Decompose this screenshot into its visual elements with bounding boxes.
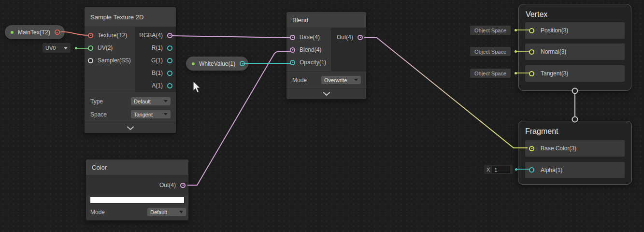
property-maintex[interactable]: MainTex(T2) <box>5 25 65 39</box>
opacity-in-port[interactable] <box>290 60 295 65</box>
wire-rgba-to-base[interactable] <box>172 36 290 38</box>
slot-label: Tangent(3) <box>541 70 568 77</box>
node-blend[interactable]: Blend Base(4) Blend(4) Opacity(1) <box>286 12 366 99</box>
mouse-cursor <box>192 81 202 94</box>
uv-in-port[interactable] <box>88 45 93 51</box>
out-port[interactable] <box>358 35 363 40</box>
mode-dropdown[interactable]: Overwrite <box>321 76 361 84</box>
port-label: R(1) <box>152 44 163 51</box>
alpha-port[interactable] <box>529 167 534 173</box>
color-out-port[interactable] <box>180 183 186 188</box>
space-label: Object Space <box>474 49 506 55</box>
vertex-context-block[interactable]: Vertex Position(3) Normal(3) Tangent(3) <box>518 4 631 91</box>
node-title: Sample Texture 2D <box>90 14 143 21</box>
fragment-title: Fragment <box>518 121 631 136</box>
slot-label: Normal(3) <box>541 48 566 55</box>
output-row-a: A(1) <box>135 79 176 92</box>
color-mode-dropdown[interactable]: Default <box>147 208 186 216</box>
dropdown-value: Overwrite <box>324 77 347 83</box>
space-dropdown[interactable]: Tangent <box>131 110 171 118</box>
color-swatch[interactable] <box>90 197 185 203</box>
base-color-port[interactable] <box>529 146 534 151</box>
r-out-port[interactable] <box>167 45 172 51</box>
port-label: A(1) <box>152 82 163 89</box>
property-label: WhiteValue(1) <box>199 60 235 67</box>
blend-in-port[interactable] <box>290 47 295 53</box>
node-header[interactable]: Blend <box>286 12 366 28</box>
param-label-space: Space <box>90 111 107 118</box>
port-label: Out(4) <box>159 182 176 188</box>
dropdown-value: Tangent <box>134 112 153 117</box>
wire-colorout-to-blend[interactable] <box>187 51 290 185</box>
normal-port[interactable] <box>529 49 534 55</box>
output-row-b: B(1) <box>135 67 176 79</box>
g-out-port[interactable] <box>167 58 172 63</box>
port-label: Texture(T2) <box>98 32 127 39</box>
vertex-title: Vertex <box>519 4 631 19</box>
port-label: Blend(4) <box>300 46 321 53</box>
node-title: Blend <box>292 16 308 24</box>
node-color[interactable]: Color Out(4) Mode Default <box>86 160 188 220</box>
chevron-down-icon <box>127 126 134 130</box>
position-space-dropdown[interactable]: Object Space <box>470 26 511 35</box>
position-port[interactable] <box>529 28 534 33</box>
shader-graph-canvas[interactable]: Sample Texture 2D Texture(T2) UV(2) Samp… <box>0 0 644 232</box>
node-sample-texture-2d[interactable]: Sample Texture 2D Texture(T2) UV(2) Samp… <box>85 7 176 133</box>
chevron-down-icon <box>323 92 330 96</box>
default-value-dot <box>515 29 517 31</box>
slot-label: Base Color(3) <box>541 145 576 152</box>
slot-tangent[interactable]: Tangent(3) <box>525 65 625 82</box>
dropdown-value: Default <box>134 99 151 104</box>
node-title: Color <box>92 164 107 171</box>
collapse-chevron-button[interactable] <box>286 88 366 99</box>
default-value-dot <box>515 72 517 74</box>
type-dropdown[interactable]: Default <box>131 97 171 105</box>
collapse-chevron-button[interactable] <box>85 123 176 133</box>
exposed-property-dot <box>11 31 14 34</box>
port-label: UV(2) <box>98 44 113 51</box>
property-label: MainTex(T2) <box>18 29 50 36</box>
normal-space-dropdown[interactable]: Object Space <box>470 47 511 56</box>
connector-handle-top[interactable] <box>572 88 578 94</box>
slot-alpha[interactable]: Alpha(1) <box>525 162 625 178</box>
slot-base-color[interactable]: Base Color(3) <box>525 140 625 157</box>
port-label: RGBA(4) <box>139 32 163 39</box>
input-row-texture: Texture(T2) <box>85 29 135 42</box>
sampler-in-port[interactable] <box>88 58 93 63</box>
node-header[interactable]: Sample Texture 2D <box>85 7 176 27</box>
param-label-mode: Mode <box>90 209 105 216</box>
space-label: Object Space <box>474 28 506 33</box>
param-label-mode: Mode <box>292 77 307 84</box>
connector-handle-bottom[interactable] <box>572 117 578 122</box>
node-header[interactable]: Color <box>86 160 188 175</box>
b-out-port[interactable] <box>167 71 172 76</box>
space-label: Object Space <box>474 71 506 76</box>
slot-position[interactable]: Position(3) <box>525 22 625 39</box>
port-label: Out(4) <box>337 34 353 41</box>
alpha-value-field: X <box>484 165 513 174</box>
output-row-g: G(1) <box>135 54 176 67</box>
port-label: Opacity(1) <box>300 59 326 66</box>
fragment-context-block[interactable]: Fragment Base Color(3) Alpha(1) <box>518 121 632 185</box>
default-value-dot <box>515 50 517 53</box>
a-out-port[interactable] <box>167 83 172 88</box>
exposed-property-dot <box>192 62 195 65</box>
input-row-base: Base(4) <box>286 31 331 44</box>
tangent-port[interactable] <box>529 71 534 76</box>
input-row-opacity: Opacity(1) <box>286 56 331 69</box>
input-row-sampler: Sampler(SS) <box>85 54 135 67</box>
output-row-out: Out(4) <box>331 31 366 44</box>
property-whitevalue[interactable]: WhiteValue(1) <box>186 57 248 71</box>
port-label: Sampler(SS) <box>98 57 131 64</box>
uv-channel-dropdown[interactable]: UV0 <box>43 43 71 53</box>
tangent-space-dropdown[interactable]: Object Space <box>470 69 511 78</box>
base-in-port[interactable] <box>290 35 295 40</box>
slot-normal[interactable]: Normal(3) <box>525 44 625 60</box>
maintex-out-port[interactable] <box>55 29 60 35</box>
rgba-out-port[interactable] <box>167 33 172 38</box>
output-row-rgba: RGBA(4) <box>135 29 176 42</box>
alpha-value-input[interactable] <box>492 166 510 173</box>
param-label-type: Type <box>90 98 103 105</box>
texture-in-port[interactable] <box>88 33 93 38</box>
output-row-r: R(1) <box>135 42 176 54</box>
